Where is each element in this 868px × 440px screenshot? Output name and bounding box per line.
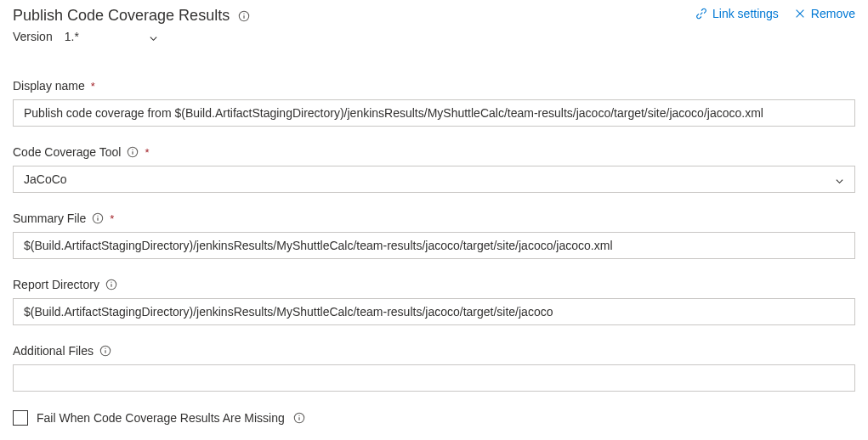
svg-point-10 [98,216,99,217]
report-directory-input[interactable] [13,298,855,325]
version-label: Version [13,30,53,43]
required-mark: * [110,212,114,225]
code-coverage-tool-value: JaCoCo [24,172,67,186]
required-mark: * [91,80,95,93]
required-mark: * [145,146,149,159]
page-title: Publish Code Coverage Results [13,7,230,25]
close-icon [794,8,806,20]
chevron-down-icon [835,175,844,184]
link-settings-label: Link settings [712,7,779,20]
link-icon [695,8,707,20]
remove-button[interactable]: Remove [794,7,855,20]
info-icon[interactable] [105,279,117,291]
info-icon[interactable] [127,146,139,158]
code-coverage-tool-label: Code Coverage Tool [13,145,121,159]
version-select[interactable]: 1.* [65,30,158,43]
info-icon[interactable] [238,10,250,22]
remove-label: Remove [811,7,855,20]
fail-when-missing-label: Fail When Code Coverage Results Are Miss… [37,411,285,425]
info-icon[interactable] [99,345,111,357]
summary-file-label: Summary File [13,212,86,225]
display-name-input[interactable] [13,99,855,127]
svg-point-13 [111,282,111,283]
code-coverage-tool-select[interactable]: JaCoCo [13,166,855,193]
fail-when-missing-checkbox[interactable] [13,410,28,426]
chevron-down-icon [149,32,158,42]
svg-point-19 [298,415,299,416]
summary-file-input[interactable] [13,232,855,259]
additional-files-label: Additional Files [13,344,94,358]
svg-point-16 [105,348,105,349]
svg-point-7 [133,149,133,150]
info-icon[interactable] [293,412,305,424]
report-directory-label: Report Directory [13,278,99,291]
link-settings-button[interactable]: Link settings [695,7,779,20]
additional-files-input[interactable] [13,364,855,392]
svg-point-2 [244,13,245,14]
info-icon[interactable] [92,212,104,224]
display-name-label: Display name [13,79,85,93]
version-value: 1.* [65,30,79,43]
